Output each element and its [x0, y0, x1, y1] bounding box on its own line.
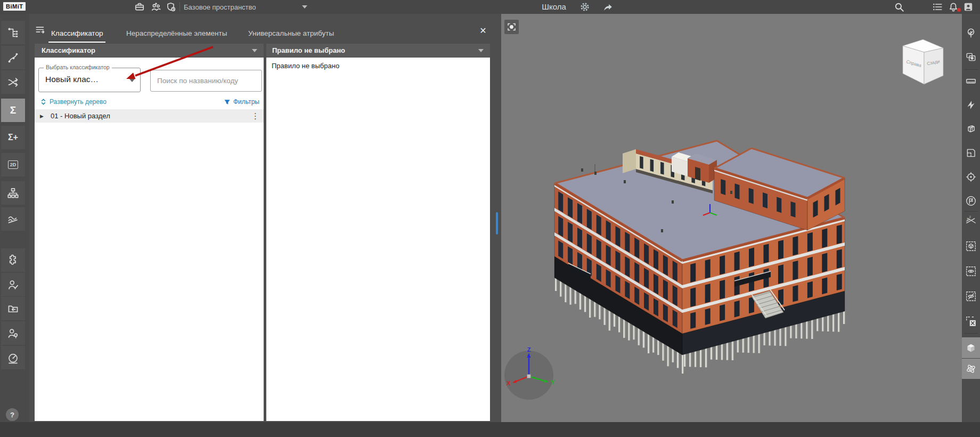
account-icon[interactable]	[962, 1, 975, 13]
model-tree-icon[interactable]	[1, 21, 25, 44]
hide-selection-icon[interactable]	[963, 289, 978, 304]
share-icon[interactable]	[601, 1, 614, 13]
viewport-3d[interactable]: Справа Сзади Z X Y	[501, 14, 962, 422]
notification-badge	[957, 8, 961, 12]
plugins-icon[interactable]	[1, 248, 25, 272]
clear-selection-icon[interactable]	[963, 314, 978, 329]
filters-label: Фильтры	[233, 98, 259, 106]
environment-icon[interactable]	[963, 26, 978, 41]
expand-tree-button[interactable]: Развернуть дерево	[40, 98, 107, 106]
axis-y-label: Y	[551, 379, 555, 385]
chevron-down-icon	[478, 49, 484, 52]
chevron-down-icon	[302, 5, 307, 9]
search-input[interactable]	[150, 70, 262, 92]
classifier-sigma-icon[interactable]: Σ	[1, 99, 25, 122]
settings-gear-icon[interactable]	[578, 1, 591, 13]
briefcase-icon[interactable]	[133, 1, 146, 13]
view-2d-icon[interactable]: 2D	[1, 153, 25, 176]
axis-gizmo: Z X Y	[501, 345, 560, 404]
bottom-strip	[0, 422, 980, 437]
building-model-3d	[501, 14, 962, 422]
search-icon[interactable]	[893, 1, 905, 13]
kebab-menu-icon[interactable]: ⋮	[251, 109, 259, 123]
project-title: Школа	[525, 0, 583, 14]
focus-icon[interactable]	[963, 169, 978, 184]
2d-glyph: 2D	[8, 160, 19, 169]
team-icon[interactable]	[150, 1, 162, 13]
flag-icon[interactable]	[963, 193, 978, 208]
classifier-panel-header[interactable]: Классификатор	[35, 44, 264, 58]
chevron-down-icon	[252, 49, 257, 52]
classifier-add-icon[interactable]: Σ+	[1, 126, 25, 149]
panel-resize-handle[interactable]	[496, 212, 498, 234]
tab-unassigned-elements[interactable]: Нераспределённые элементы	[126, 29, 227, 39]
right-toolbar: 12	[962, 14, 980, 422]
rule-empty-text: Правило не выбрано	[272, 62, 339, 70]
expand-collapse-icon	[40, 98, 47, 106]
search-field-wrap	[150, 70, 262, 92]
isolate-selection-icon[interactable]	[963, 239, 978, 254]
orbit-icon[interactable]	[962, 359, 980, 379]
rule-panel-header[interactable]: Правило не выбрано	[266, 44, 490, 58]
grid-axes-icon[interactable]: 12	[963, 214, 978, 229]
import-folder-icon[interactable]	[1, 297, 25, 320]
focus-mode-button[interactable]	[504, 20, 519, 34]
user-location-icon[interactable]	[1, 321, 25, 345]
panel-menu-icon[interactable]	[34, 23, 47, 36]
classifier-select-label: Выбрать классификатор	[44, 64, 112, 70]
top-bar: BiMiT Базовое пространство Школа	[0, 0, 980, 14]
filters-button[interactable]: Фильтры	[224, 98, 259, 106]
workspace-selector[interactable]: Базовое пространство	[184, 0, 307, 14]
tab-universal-attributes[interactable]: Универсальные атрибуты	[248, 29, 334, 39]
close-icon[interactable]: ✕	[476, 23, 490, 37]
svg-text:2: 2	[969, 215, 971, 218]
relations-icon[interactable]	[1, 46, 25, 69]
navigation-cube[interactable]: Справа Сзади	[895, 33, 944, 87]
help-button[interactable]: ?	[6, 408, 19, 421]
classifier-select-value: Новый клас…	[45, 75, 99, 84]
classifier-panel-title: Классификатор	[42, 46, 95, 54]
axis-x-label: X	[507, 380, 511, 386]
left-toolbar: Σ Σ+ 2D	[0, 14, 29, 422]
tree-item-label: 01 - Новый раздел	[51, 109, 110, 123]
sigma-glyph: Σ	[10, 104, 16, 116]
shield-user-icon[interactable]	[165, 1, 177, 13]
user-check-icon[interactable]	[1, 273, 25, 296]
shuffle-links-icon[interactable]	[1, 70, 25, 94]
section-box-icon[interactable]	[963, 122, 978, 136]
sigma-plus-glyph: Σ+	[8, 133, 18, 142]
tree-row[interactable]: ▶ 01 - Новый раздел ⋮	[35, 109, 264, 123]
toolbar-divider	[964, 333, 978, 334]
structure-icon[interactable]	[1, 181, 25, 205]
select-similar-icon[interactable]	[963, 50, 978, 64]
show-selection-icon[interactable]	[963, 264, 978, 279]
expand-tree-label: Развернуть дерево	[50, 98, 107, 106]
expander-triangle-icon[interactable]: ▶	[40, 114, 44, 119]
chevron-down-icon	[129, 79, 135, 82]
topbar-divider	[179, 2, 180, 12]
charts-icon[interactable]	[1, 207, 25, 231]
axis-z-label: Z	[527, 346, 531, 353]
toolbar-divider	[964, 69, 978, 70]
app-logo: BiMiT	[3, 2, 26, 11]
rule-panel-title: Правило не выбрано	[272, 46, 345, 54]
classifier-select[interactable]: Выбрать классификатор Новый клас…	[38, 68, 141, 92]
floor-plan-icon[interactable]	[963, 145, 978, 160]
filter-icon	[224, 99, 231, 106]
workspace-selector-value: Базовое пространство	[184, 3, 256, 11]
dashboard-gauge-icon[interactable]	[1, 346, 25, 369]
shaded-view-icon[interactable]	[962, 337, 980, 358]
svg-text:1: 1	[967, 217, 968, 221]
rule-panel-body	[266, 58, 490, 421]
measure-icon[interactable]	[963, 74, 978, 88]
menu-list-icon[interactable]	[931, 1, 944, 13]
tab-classifier[interactable]: Классификатор	[51, 29, 103, 39]
section-cut-icon[interactable]	[963, 98, 978, 112]
toolbar-divider	[964, 211, 978, 212]
